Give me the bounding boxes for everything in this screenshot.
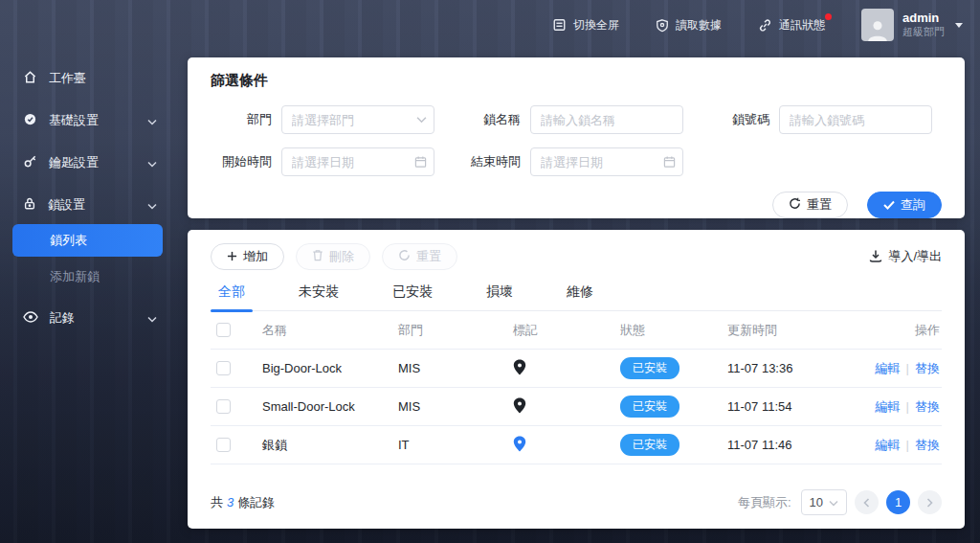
table-toolbar: 增加 刪除 重置 導入/導出 xyxy=(211,243,942,270)
plus-icon xyxy=(227,250,237,264)
action-separator: | xyxy=(906,361,909,375)
fullscreen-icon xyxy=(552,18,567,32)
lock-name-cell: 銀鎖 xyxy=(262,437,398,454)
sidebar-item-records[interactable]: 記錄 xyxy=(0,301,172,335)
prev-page-button[interactable] xyxy=(855,490,879,514)
shield-icon xyxy=(656,18,669,33)
tab-installed[interactable]: 已安裝 xyxy=(385,283,440,310)
location-pin-icon[interactable] xyxy=(513,359,526,375)
field-label: 鎖號碼 xyxy=(708,111,769,128)
table-reset-label: 重置 xyxy=(416,248,441,265)
sidebar: 工作臺 基礎設置 鑰匙設置 鎖設置 鎖列表 添加新鎖 記錄 xyxy=(0,50,172,543)
sidebar-item-label: 基礎設置 xyxy=(49,112,99,129)
sidebar-item-label: 記錄 xyxy=(50,309,75,327)
next-page-button[interactable] xyxy=(918,490,942,514)
sidebar-item-lock-settings[interactable]: 鎖設置 xyxy=(0,188,172,222)
action-separator: | xyxy=(906,399,909,414)
updated-time-cell: 11-07 11:54 xyxy=(727,399,871,414)
sidebar-item-label: 工作臺 xyxy=(49,70,86,87)
sidebar-item-basic-settings[interactable]: 基礎設置 xyxy=(0,103,172,138)
total-prefix: 共 xyxy=(211,494,223,511)
table-reset-button[interactable]: 重置 xyxy=(382,243,457,270)
field-lock-number: 鎖號碼 xyxy=(708,105,932,134)
app-root: 切換全屏 讀取數據 通訊狀態 admin 超級部門 xyxy=(0,0,980,543)
tab-not-installed[interactable]: 未安裝 xyxy=(291,283,346,310)
import-export-button[interactable]: 導入/導出 xyxy=(869,248,942,265)
calendar-icon xyxy=(414,156,427,169)
alert-badge-dot xyxy=(825,13,832,20)
filter-panel: 篩選條件 部門 鎖名稱 鎖號碼 xyxy=(188,57,965,218)
add-label: 增加 xyxy=(243,248,268,265)
start-date-input[interactable] xyxy=(281,147,434,176)
column-header-actions: 操作 xyxy=(871,322,942,339)
lock-name-input[interactable] xyxy=(530,105,683,134)
tab-all[interactable]: 全部 xyxy=(211,283,253,310)
chevron-down-icon xyxy=(955,23,963,28)
status-badge: 已安裝 xyxy=(620,357,679,379)
page-size-select[interactable]: 10 xyxy=(801,489,847,515)
page-number-button[interactable]: 1 xyxy=(886,490,910,514)
add-button[interactable]: 增加 xyxy=(211,243,284,270)
row-checkbox[interactable] xyxy=(216,438,231,452)
column-header-marker: 標記 xyxy=(513,322,620,339)
pagination: 每頁顯示: 10 1 xyxy=(738,489,942,515)
action-separator: | xyxy=(906,438,909,452)
department-select[interactable] xyxy=(281,105,434,134)
avatar xyxy=(861,9,894,41)
lock-name-cell: Small-Door-Lock xyxy=(262,399,398,414)
edit-link[interactable]: 編輯 xyxy=(876,361,901,375)
field-lock-name: 鎖名稱 xyxy=(459,105,683,134)
eye-icon xyxy=(23,311,38,326)
user-menu[interactable]: admin 超級部門 xyxy=(861,9,963,41)
row-checkbox[interactable] xyxy=(216,399,231,414)
field-start-time: 開始時間 xyxy=(211,147,434,176)
replace-link[interactable]: 替換 xyxy=(915,399,940,414)
replace-link[interactable]: 替換 xyxy=(915,438,940,452)
read-data-label: 讀取數據 xyxy=(676,17,722,34)
sidebar-item-lock-list[interactable]: 鎖列表 xyxy=(12,224,163,257)
tab-damaged[interactable]: 損壞 xyxy=(479,283,521,310)
check-circle-icon xyxy=(23,112,37,129)
home-icon xyxy=(23,70,37,87)
field-label: 部門 xyxy=(211,111,272,128)
refresh-icon xyxy=(398,249,411,264)
lock-name-cell: Big-Door-Lock xyxy=(262,361,398,375)
tab-repair[interactable]: 維修 xyxy=(559,283,601,310)
location-pin-icon[interactable] xyxy=(513,436,526,452)
comm-status-button[interactable]: 通訊狀態 xyxy=(758,17,825,34)
sidebar-item-key-settings[interactable]: 鑰匙設置 xyxy=(0,146,172,180)
delete-button[interactable]: 刪除 xyxy=(296,243,370,270)
user-info: admin 超級部門 xyxy=(902,11,945,39)
search-label: 查詢 xyxy=(901,196,925,214)
table-row: Small-Door-Lock MIS 已安裝 11-07 11:54 編輯|替… xyxy=(211,388,942,426)
select-all-checkbox[interactable] xyxy=(216,323,231,337)
end-date-input[interactable] xyxy=(530,147,683,176)
filter-row-1: 部門 鎖名稱 鎖號碼 xyxy=(211,105,942,134)
updated-time-cell: 11-07 13:36 xyxy=(727,361,871,375)
key-icon xyxy=(23,154,37,171)
user-department: 超級部門 xyxy=(902,26,945,39)
comm-status-label: 通訊狀態 xyxy=(779,17,825,34)
replace-link[interactable]: 替換 xyxy=(915,361,940,375)
table-header: 名稱 部門 標記 狀態 更新時間 操作 xyxy=(211,311,942,350)
table-row: 銀鎖 IT 已安裝 11-07 11:46 編輯|替換 xyxy=(211,426,942,464)
edit-link[interactable]: 編輯 xyxy=(876,399,901,414)
department-cell: MIS xyxy=(398,399,513,414)
fullscreen-toggle[interactable]: 切換全屏 xyxy=(552,17,619,34)
field-label: 開始時間 xyxy=(211,153,272,170)
fullscreen-label: 切換全屏 xyxy=(573,17,619,34)
table-footer: 共 3 條記錄 每頁顯示: 10 1 xyxy=(211,489,942,515)
row-checkbox[interactable] xyxy=(216,361,231,375)
lock-number-input[interactable] xyxy=(779,105,932,134)
location-pin-icon[interactable] xyxy=(513,397,526,414)
sidebar-item-label: 鎖設置 xyxy=(48,196,85,214)
field-label: 鎖名稱 xyxy=(459,111,521,128)
edit-link[interactable]: 編輯 xyxy=(876,438,901,452)
sidebar-item-add-new-lock[interactable]: 添加新鎖 xyxy=(0,260,172,293)
lock-icon xyxy=(23,196,36,214)
sidebar-item-workbench[interactable]: 工作臺 xyxy=(0,61,172,96)
import-export-label: 導入/導出 xyxy=(888,248,942,265)
reset-button[interactable]: 重置 xyxy=(772,192,848,218)
read-data-button[interactable]: 讀取數據 xyxy=(656,17,722,34)
search-button[interactable]: 查詢 xyxy=(867,192,942,218)
